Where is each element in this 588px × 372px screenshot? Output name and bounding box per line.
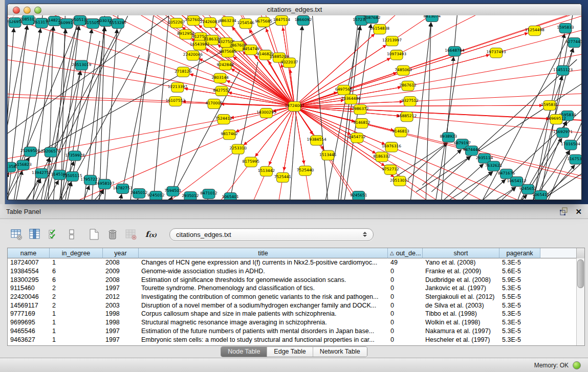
table-cell[interactable]: 5.3E-5: [499, 336, 540, 343]
table-cell[interactable]: Disruption of a novel member of a sodium…: [139, 302, 388, 309]
resize-grip-icon[interactable]: [8, 15, 580, 199]
table-cell[interactable]: 2008: [103, 259, 139, 266]
table-cell[interactable]: 5.3E-5: [499, 319, 540, 326]
table-cell[interactable]: 1997: [103, 336, 139, 343]
table-cell[interactable]: 2: [50, 302, 103, 309]
tab-node-table[interactable]: Node Table: [221, 347, 267, 357]
table-cell[interactable]: Stergiakouli et al. (2012): [423, 293, 499, 300]
column-header-out_de[interactable]: △out_de...: [388, 248, 423, 258]
table-cell[interactable]: 1: [50, 336, 103, 343]
table-cell[interactable]: 2: [50, 285, 103, 292]
table-cell[interactable]: 6: [50, 268, 103, 275]
table-cell[interactable]: 1: [50, 327, 103, 335]
table-cell[interactable]: 22420046: [8, 293, 50, 300]
table-cell[interactable]: 49: [388, 259, 423, 266]
table-cell[interactable]: 1: [50, 259, 103, 266]
float-panel-icon[interactable]: [560, 207, 568, 215]
table-cell[interactable]: 1997: [103, 285, 139, 292]
table-cell[interactable]: Jankovic et al. (1997): [423, 285, 499, 292]
table-cell[interactable]: 0: [388, 285, 423, 292]
zoom-window-button[interactable]: [34, 7, 41, 14]
table-scrollbar[interactable]: [576, 258, 584, 345]
table-row[interactable]: 969969511998Structural magnetic resonanc…: [8, 318, 577, 327]
table-cell[interactable]: Dudbridge et al. (2008): [423, 276, 499, 283]
table-cell[interactable]: Hescheler et al. (1997): [423, 336, 499, 343]
table-cell[interactable]: 0: [388, 293, 423, 300]
table-cell[interactable]: 5.3E-5: [499, 302, 540, 309]
table-cell[interactable]: Genome-wide association studies in ADHD.: [139, 268, 388, 275]
table-row[interactable]: 1872400712008Changes of HCN gene express…: [8, 258, 577, 267]
table-cell[interactable]: 2009: [103, 268, 139, 275]
table-cell[interactable]: Franke et al. (2009): [423, 268, 499, 275]
memory-indicator-icon[interactable]: [573, 361, 581, 369]
window-titlebar[interactable]: citations_edges.txt: [8, 4, 581, 16]
table-cell[interactable]: Nakamura et al. (1997): [423, 327, 499, 335]
column-header-title[interactable]: title: [139, 248, 388, 258]
function-builder-button[interactable]: f(x): [142, 228, 160, 242]
table-cell[interactable]: 19384554: [8, 268, 50, 275]
table-cell[interactable]: Embryonic stem cells: a model to study s…: [139, 336, 388, 343]
table-cell[interactable]: 18724007: [8, 259, 50, 266]
table-cell[interactable]: 0: [388, 276, 423, 283]
table-selector-dropdown[interactable]: citations_edges.txt: [169, 228, 374, 241]
table-cell[interactable]: Changes of HCN gene expression and I(f) …: [139, 259, 388, 266]
column-header-name[interactable]: name: [8, 248, 50, 258]
table-cell[interactable]: de Silva et al. (2003): [423, 302, 499, 309]
table-cell[interactable]: 1: [50, 310, 103, 317]
table-cell[interactable]: 9465546: [8, 327, 50, 335]
table-row[interactable]: 1938455462009Genome-wide association stu…: [8, 267, 577, 276]
table-cell[interactable]: 2003: [103, 302, 139, 309]
table-cell[interactable]: 14569117: [8, 302, 50, 309]
table-row[interactable]: 2242004622012Investigating the contribut…: [8, 293, 577, 301]
table-cell[interactable]: 1997: [103, 327, 139, 335]
table-cell[interactable]: Investigating the contribution of common…: [139, 293, 388, 300]
table-cell[interactable]: 9115460: [8, 285, 50, 292]
table-row[interactable]: 1830029562008Estimation of significance …: [8, 275, 577, 284]
column-header-short[interactable]: short: [423, 248, 499, 258]
table-cell[interactable]: Wolkin et al. (1998): [423, 319, 499, 326]
table-cell[interactable]: 0: [388, 336, 423, 343]
table-row[interactable]: 977716911998Corpus callosum shape and si…: [8, 310, 577, 318]
column-header-year[interactable]: year: [103, 248, 139, 258]
table-row[interactable]: 1456911722003Disruption of a novel membe…: [8, 301, 577, 310]
tab-network-table[interactable]: Network Table: [313, 347, 367, 357]
table-cell[interactable]: 0: [388, 302, 423, 309]
table-cell[interactable]: 5.3E-5: [499, 327, 540, 335]
table-cell[interactable]: Estimation of significance thresholds fo…: [139, 276, 388, 283]
delete-table-button[interactable]: [105, 228, 119, 242]
table-cell[interactable]: Tourette syndrome. Phenomenology and cla…: [139, 285, 388, 292]
table-cell[interactable]: 2008: [103, 276, 139, 283]
table-cell[interactable]: 1998: [103, 319, 139, 326]
table-cell[interactable]: Structural magnetic resonance image aver…: [139, 319, 388, 326]
table-cell[interactable]: 2012: [103, 293, 139, 300]
table-cell[interactable]: 5.3E-5: [499, 285, 540, 292]
table-cell[interactable]: 6: [50, 276, 103, 283]
table-cell[interactable]: Tibbo et al. (1998): [423, 310, 499, 317]
row-options-button[interactable]: [64, 228, 78, 242]
table-cell[interactable]: 0: [388, 268, 423, 275]
create-table-button[interactable]: [87, 228, 101, 242]
column-options-button[interactable]: [576, 248, 584, 259]
minimize-window-button[interactable]: [24, 7, 31, 14]
close-panel-icon[interactable]: ✕: [575, 208, 582, 215]
table-cell[interactable]: 5.6E-5: [499, 268, 540, 275]
show-columns-button[interactable]: [28, 228, 41, 242]
table-cell[interactable]: 9463627: [8, 336, 50, 343]
table-row[interactable]: 911546021997Tourette syndrome. Phenomeno…: [8, 284, 577, 293]
table-mode-button[interactable]: [9, 228, 23, 242]
table-cell[interactable]: Corpus callosum shape and size in male p…: [139, 310, 388, 317]
select-columns-button[interactable]: [46, 228, 60, 242]
table-cell[interactable]: Estimation of the future numbers of pati…: [139, 327, 388, 335]
column-header-in_degree[interactable]: in_degree: [50, 248, 103, 258]
table-cell[interactable]: 5.3E-5: [499, 310, 540, 317]
table-cell[interactable]: 1998: [103, 310, 139, 317]
table-row[interactable]: 946362711997Embryonic stem cells: a mode…: [8, 335, 577, 344]
table-cell[interactable]: 9777169: [8, 310, 50, 317]
table-cell[interactable]: 5.3E-5: [499, 259, 540, 266]
table-cell[interactable]: 0: [388, 327, 423, 335]
close-window-button[interactable]: [13, 7, 20, 14]
tab-edge-table[interactable]: Edge Table: [267, 347, 312, 357]
table-cell[interactable]: 0: [388, 319, 423, 326]
column-header-pagerank[interactable]: pagerank: [499, 248, 540, 258]
table-cell[interactable]: 9699695: [8, 319, 50, 326]
